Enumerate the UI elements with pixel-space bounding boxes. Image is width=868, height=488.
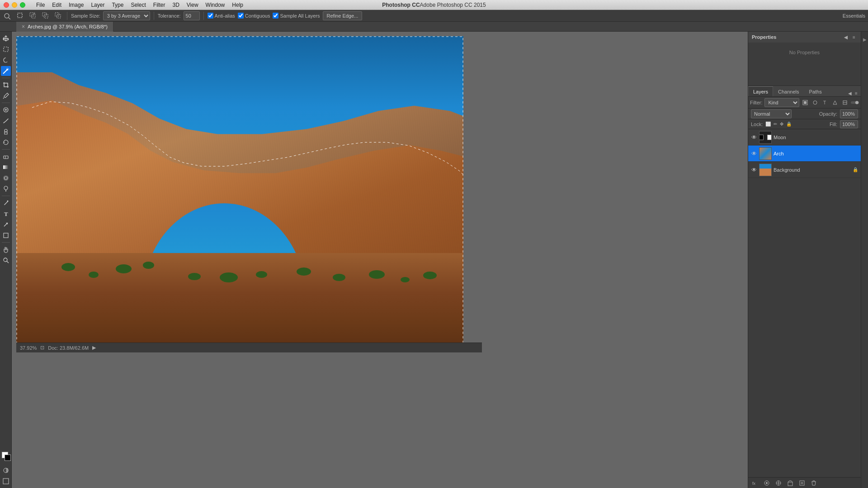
tool-eyedropper[interactable] (1, 91, 11, 101)
shrub (89, 272, 99, 278)
background-color-swatch[interactable] (5, 455, 11, 461)
svg-point-32 (4, 258, 7, 262)
opacity-input[interactable] (840, 109, 858, 118)
filter-type-icon[interactable]: T (821, 99, 829, 107)
add-mask-button[interactable] (763, 479, 771, 487)
add-adjustment-button[interactable] (774, 479, 783, 487)
lock-pixels-icon[interactable]: ✏ (774, 122, 777, 127)
sample-all-layers-option[interactable]: Sample All Layers (273, 13, 320, 19)
menu-file[interactable]: File (33, 0, 48, 10)
layer-item-arch[interactable]: 👁 Arch (748, 145, 861, 162)
tolerance-input[interactable] (184, 11, 200, 20)
properties-panel-title: Properties (752, 34, 776, 40)
add-fx-button[interactable]: fx (751, 479, 759, 487)
menu-view[interactable]: View (183, 0, 202, 10)
photo-ground (16, 253, 463, 352)
tool-eraser[interactable] (1, 151, 11, 161)
tool-history-brush[interactable] (1, 137, 11, 147)
filter-smart-icon[interactable] (841, 99, 849, 107)
lock-transparent-icon[interactable]: ⬜ (765, 122, 771, 127)
tool-text[interactable]: T (1, 209, 11, 219)
menu-filter[interactable]: Filter (150, 0, 169, 10)
menu-3d[interactable]: 3D (169, 0, 183, 10)
menu-layer[interactable]: Layer (87, 0, 108, 10)
tool-lasso[interactable] (1, 55, 11, 65)
tool-pen[interactable] (1, 198, 11, 208)
anti-alias-option[interactable]: Anti-alias (208, 13, 235, 19)
layer-visibility-moon[interactable]: 👁 (751, 134, 757, 141)
layer-visibility-arch[interactable]: 👁 (751, 150, 757, 157)
tool-gradient[interactable] (1, 162, 11, 172)
doc-close-icon[interactable]: × (22, 23, 25, 30)
menu-image[interactable]: Image (65, 0, 87, 10)
fg-bg-colors[interactable] (1, 451, 11, 461)
shrub (401, 277, 410, 282)
essentials-button[interactable]: Essentials (843, 13, 865, 19)
layer-item-moon[interactable]: 👁 Moon (748, 129, 861, 145)
anti-alias-checkbox[interactable] (208, 13, 213, 19)
zoom-fit-icon[interactable]: ⊡ (40, 345, 44, 351)
new-selection-icon[interactable] (15, 11, 25, 21)
close-window-button[interactable] (4, 2, 9, 8)
intersect-selection-icon[interactable] (53, 11, 63, 21)
zoom-level[interactable]: 37.92% (20, 345, 37, 351)
tool-shape-rectangle[interactable] (1, 230, 11, 240)
lock-position-icon[interactable]: ✥ (780, 122, 783, 127)
tool-dodge[interactable] (1, 184, 11, 194)
document-canvas[interactable]: 37.92% ⊡ Doc: 23.8M/62.6M ▶ (16, 36, 463, 352)
properties-panel-header[interactable]: Properties ◀ ≡ (748, 32, 861, 42)
filter-pixel-icon[interactable] (801, 99, 809, 107)
tool-magic-wand[interactable] (1, 66, 11, 76)
menu-select[interactable]: Select (127, 0, 149, 10)
tool-path-selection[interactable] (1, 220, 11, 230)
layers-panel: Layers Channels Paths ◀ ≡ Filter: Kind (748, 86, 861, 488)
tab-layers[interactable]: Layers (748, 86, 773, 96)
tab-channels[interactable]: Channels (773, 86, 804, 96)
filter-shape-icon[interactable] (831, 99, 839, 107)
fill-input[interactable] (840, 120, 858, 128)
lock-all-icon[interactable]: 🔒 (786, 122, 792, 127)
sample-size-select[interactable]: 3 by 3 Average (103, 11, 150, 20)
refine-edge-button[interactable]: Refine Edge... (323, 11, 363, 20)
sample-all-layers-checkbox[interactable] (273, 13, 278, 19)
tool-crop[interactable] (1, 80, 11, 90)
tool-screen-mode[interactable] (1, 476, 11, 486)
tool-zoom[interactable] (1, 255, 11, 265)
blend-mode-select[interactable]: Normal (751, 109, 792, 118)
layers-panel-collapse[interactable]: ◀ (848, 90, 854, 96)
menu-edit[interactable]: Edit (48, 0, 65, 10)
filter-kind-select[interactable]: Kind (764, 98, 800, 107)
tool-quick-mask[interactable] (1, 465, 11, 475)
tolerance-label: Tolerance: (158, 13, 181, 19)
tool-marquee[interactable] (1, 44, 11, 54)
menu-window[interactable]: Window (202, 0, 229, 10)
tool-healing[interactable] (1, 105, 11, 115)
contiguous-option[interactable]: Contiguous (238, 13, 270, 19)
document-tab[interactable]: × Arches.jpg @ 37.9% (Arch, RGB/8*) (16, 22, 113, 32)
tool-stamp[interactable] (1, 127, 11, 136)
maximize-window-button[interactable] (20, 2, 25, 8)
tool-preset-picker[interactable] (3, 11, 13, 21)
layers-panel-menu[interactable]: ≡ (854, 90, 861, 96)
menu-type[interactable]: Type (108, 0, 127, 10)
tool-hand[interactable] (1, 244, 11, 254)
collapse-strip-label[interactable]: ▶ (862, 37, 867, 42)
menu-help[interactable]: Help (228, 0, 247, 10)
contiguous-checkbox[interactable] (238, 13, 244, 19)
properties-panel-menu[interactable]: ≡ (851, 34, 857, 40)
tool-blur[interactable] (1, 173, 11, 183)
add-group-button[interactable] (786, 479, 794, 487)
delete-layer-button[interactable] (810, 479, 818, 487)
tab-paths[interactable]: Paths (804, 86, 827, 96)
filter-adjust-icon[interactable] (811, 99, 819, 107)
subtract-selection-icon[interactable]: - (41, 11, 51, 21)
minimize-window-button[interactable] (12, 2, 17, 8)
tool-move[interactable] (1, 33, 11, 43)
layer-visibility-background[interactable]: 👁 (751, 167, 757, 173)
add-selection-icon[interactable]: + (28, 11, 38, 21)
tool-brush[interactable] (1, 116, 11, 126)
new-layer-button[interactable] (798, 479, 806, 487)
layer-item-background[interactable]: 👁 Background 🔒 (748, 162, 861, 178)
properties-panel-collapse[interactable]: ◀ (843, 34, 849, 40)
filter-toggle[interactable] (851, 99, 859, 107)
